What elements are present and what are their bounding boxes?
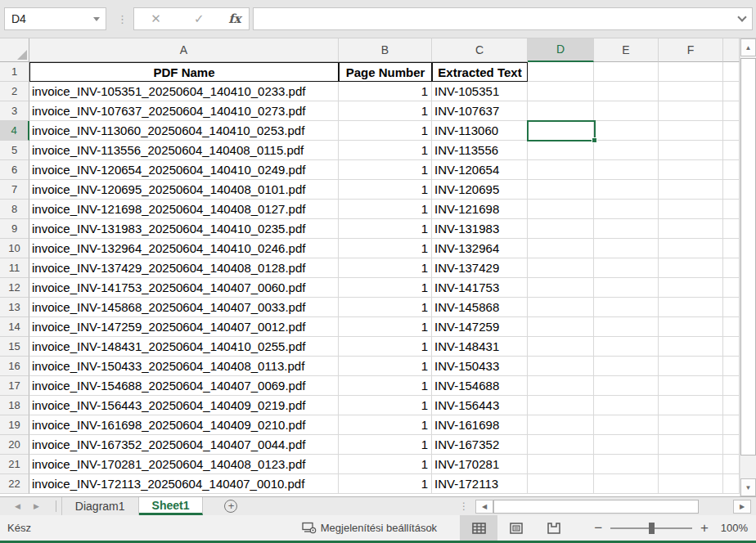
cell-pdf-name[interactable]: invoice_INV-132964_20250604_140410_0246.… [29,239,339,258]
cell-extracted-text[interactable]: INV-154688 [432,376,528,396]
cell-pdf-name[interactable]: invoice_INV-137429_20250604_140408_0128.… [29,258,339,278]
cell-empty[interactable] [723,141,740,160]
cell-empty[interactable] [594,62,659,82]
cell-extracted-text[interactable]: INV-161698 [432,415,528,435]
page-layout-view-button[interactable] [497,515,535,541]
cell-page-number[interactable]: 1 [339,180,432,200]
zoom-slider[interactable] [610,527,692,529]
cell-page-number[interactable]: 1 [339,200,432,219]
scroll-up-button[interactable]: ▲ [740,38,756,56]
cell-empty[interactable] [659,180,723,200]
column-header-f[interactable]: F [659,38,723,62]
cell-extracted-text[interactable]: INV-170281 [432,455,528,474]
cell-pdf-name[interactable]: invoice_INV-150433_20250604_140408_0113.… [29,357,339,376]
cell-pdf-name[interactable]: invoice_INV-113060_20250604_140410_0253.… [29,121,339,141]
cell-empty[interactable] [528,337,594,357]
prev-sheet-icon[interactable]: ◀ [15,502,20,510]
cell-empty[interactable] [594,415,659,435]
cell-pdf-name[interactable]: invoice_INV-145868_20250604_140407_0033.… [29,298,339,317]
cell-empty[interactable] [594,278,659,298]
cell-extracted-text[interactable]: INV-107637 [432,101,528,121]
cell-pdf-name[interactable]: invoice_INV-141753_20250604_140407_0060.… [29,278,339,298]
cell-extracted-text[interactable]: INV-145868 [432,298,528,317]
header-cell-extracted-text[interactable]: Extracted Text [432,62,528,82]
cell-empty[interactable] [659,298,723,317]
scroll-left-button[interactable]: ◀ [475,500,493,514]
cell-empty[interactable] [594,376,659,396]
cell-empty[interactable] [528,239,594,258]
cell-empty[interactable] [659,258,723,278]
display-settings-button[interactable]: Megjelenítési beállítások [302,522,437,534]
row-header-1[interactable]: 1 [0,62,29,82]
cell-empty[interactable] [594,258,659,278]
cell-pdf-name[interactable]: invoice_INV-107637_20250604_140410_0273.… [29,101,339,121]
cell-extracted-text[interactable]: INV-150433 [432,357,528,376]
row-header[interactable]: 22 [0,474,29,494]
cell-empty[interactable] [528,415,594,435]
row-header[interactable]: 2 [0,82,29,101]
cell-extracted-text[interactable]: INV-120654 [432,160,528,180]
cell-empty[interactable] [659,200,723,219]
cell-empty[interactable] [659,160,723,180]
cell-extracted-text[interactable]: INV-172113 [432,474,528,494]
column-header-e[interactable]: E [594,38,659,62]
cell-empty[interactable] [723,376,740,396]
cell-empty[interactable] [594,337,659,357]
scroll-down-button[interactable]: ▼ [740,478,756,496]
cell-empty[interactable] [723,258,740,278]
cell-empty[interactable] [594,200,659,219]
cell-extracted-text[interactable]: INV-147259 [432,317,528,337]
row-header[interactable]: 9 [0,219,29,239]
cell-empty[interactable] [659,101,723,121]
cell-empty[interactable] [659,474,723,494]
cell-extracted-text[interactable]: INV-148431 [432,337,528,357]
cell-empty[interactable] [528,62,594,82]
vertical-scrollbar[interactable]: ▲ ▼ [740,38,756,496]
zoom-in-button[interactable]: + [692,520,717,536]
cell-empty[interactable] [528,278,594,298]
cell-empty[interactable] [594,239,659,258]
cell-empty[interactable] [594,101,659,121]
cell-empty[interactable] [528,474,594,494]
row-header[interactable]: 4 [0,121,29,141]
cell-pdf-name[interactable]: invoice_INV-154688_20250604_140407_0069.… [29,376,339,396]
formula-bar-input[interactable] [253,7,753,30]
cell-empty[interactable] [659,141,723,160]
row-header[interactable]: 19 [0,415,29,435]
cell-empty[interactable] [594,298,659,317]
cell-empty[interactable] [659,435,723,455]
expand-formula-bar-button[interactable] [732,17,752,20]
cell-empty[interactable] [723,121,740,141]
tab-sheet1-active[interactable]: Sheet1 [139,497,204,515]
cell-empty[interactable] [659,376,723,396]
insert-function-icon[interactable]: fx [228,11,241,26]
page-break-view-button[interactable] [535,515,573,541]
cell-page-number[interactable]: 1 [339,317,432,337]
cell-empty[interactable] [723,239,740,258]
zoom-out-button[interactable]: − [586,520,610,536]
cell-empty[interactable] [659,219,723,239]
cell-page-number[interactable]: 1 [339,435,432,455]
row-header[interactable]: 20 [0,435,29,455]
row-header[interactable]: 15 [0,337,29,357]
column-header-a[interactable]: A [29,38,339,62]
cell-empty[interactable] [594,474,659,494]
row-header[interactable]: 10 [0,239,29,258]
cell-empty[interactable] [723,101,740,121]
cell-empty[interactable] [528,160,594,180]
cell-page-number[interactable]: 1 [339,376,432,396]
scrollbar-resize-handle[interactable]: ⋮ [459,497,469,515]
row-header[interactable]: 14 [0,317,29,337]
cell-empty[interactable] [659,278,723,298]
cell-empty[interactable] [528,200,594,219]
cell-empty[interactable] [528,141,594,160]
cell-empty[interactable] [723,62,740,82]
cell-empty[interactable] [659,62,723,82]
cell-extracted-text[interactable]: INV-121698 [432,200,528,219]
cancel-icon[interactable]: ✕ [142,11,169,26]
cell-page-number[interactable]: 1 [339,101,432,121]
cell-empty[interactable] [528,180,594,200]
cell-extracted-text[interactable]: INV-131983 [432,219,528,239]
cell-empty[interactable] [723,435,740,455]
cell-pdf-name[interactable]: invoice_INV-120654_20250604_140410_0249.… [29,160,339,180]
